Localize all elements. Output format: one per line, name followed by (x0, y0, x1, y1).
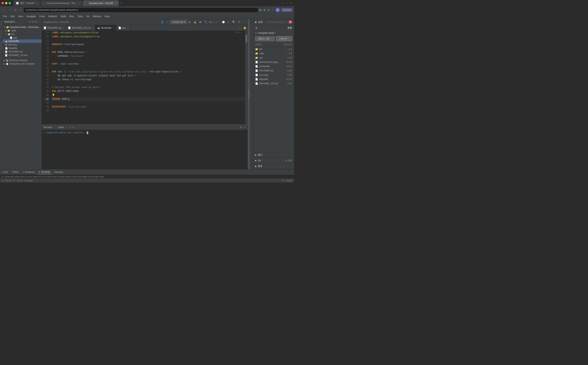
window-maximize[interactable]: □ (287, 2, 288, 5)
sidebar-item-external-libs[interactable]: ▶ 📚 External Libraries (3, 59, 42, 62)
current-file-button[interactable]: Current File ▾ (170, 20, 187, 24)
notifications-side-panel[interactable]: Notifications (248, 19, 250, 169)
terminal-dropdown[interactable]: ▾ (73, 126, 74, 129)
browser-tab-1[interactable]: ⬜ 项目 - TitanIDE × (14, 0, 40, 6)
project-icon[interactable]: Project (0, 21, 2, 27)
sidebar-project-root[interactable]: ▼ 📁 template-wetty ~/workspa... (3, 25, 42, 29)
tab-app[interactable]: 📄 app × (116, 25, 131, 31)
file-row-terminal-icon[interactable]: 📄 terminal-icon-png... 50 KB (253, 60, 294, 64)
settings-icon[interactable]: ⚙ (237, 20, 241, 24)
paused-button[interactable]: Paused (281, 8, 293, 12)
bookmarks-icon[interactable]: Bookmarks (0, 42, 2, 50)
menu-git[interactable]: Git (85, 14, 91, 18)
sidebar-collapse-icon[interactable]: — (38, 21, 40, 23)
file-row-makefile[interactable]: 📄 Makefile 874 B (253, 77, 294, 81)
run-back-icon[interactable]: ↩ (166, 20, 169, 24)
tab-2-close[interactable]: × (79, 2, 80, 4)
address-input[interactable] (23, 7, 258, 13)
history-icon[interactable]: 🕐 (221, 20, 226, 24)
file-row-bin[interactable]: 📁 bin ~ 0 B (253, 47, 294, 51)
forward-button[interactable]: → (7, 8, 12, 12)
menu-window[interactable]: Window (91, 14, 103, 18)
build-icon[interactable]: 🔨 (203, 20, 208, 24)
file-row-readme-cn[interactable]: 📄 README_CN.md 6 KB (253, 81, 294, 86)
terminal-tab-local[interactable]: Local × (56, 125, 68, 129)
services-tab[interactable]: Services (53, 170, 65, 174)
problems-tab[interactable]: Problems (21, 170, 36, 174)
menu-tools[interactable]: Tools (76, 14, 84, 18)
window-minimize[interactable]: — (282, 2, 284, 5)
more-icon[interactable]: ⋮ (271, 8, 274, 12)
menu-refactor[interactable]: Refactor (47, 14, 59, 18)
file-row-idea[interactable]: 📁 .idea ~ 0 B (253, 51, 294, 56)
sidebar-sync-icon[interactable]: ⟳ (29, 21, 31, 23)
sidebar-item-icon-png[interactable]: 🖼 icon.png (3, 43, 42, 46)
tab-3-close[interactable]: × (115, 2, 116, 4)
file-row-readme-md[interactable]: 📄 README.md 9 KB (253, 69, 294, 73)
sidebar-item-scratches[interactable]: ▶ 📋 Scratches and Consoles (3, 62, 42, 66)
menu-code[interactable]: Code (38, 14, 46, 18)
search-icon[interactable]: 🔍 (231, 20, 236, 24)
structure-icon[interactable]: Structure (0, 30, 2, 38)
tab-app-close[interactable]: × (127, 27, 129, 29)
bookmark-icon[interactable]: ★ (263, 8, 266, 12)
stop-icon[interactable]: ⏹ (198, 20, 202, 24)
new-tab-button[interactable]: + (119, 1, 124, 5)
tabs-menu-button[interactable]: ⋮ (236, 26, 242, 29)
menu-view[interactable]: View (16, 14, 25, 18)
sidebar-list-icon[interactable]: ☰ (32, 21, 34, 23)
terminal-tab[interactable]: Terminal (37, 170, 51, 174)
tab-readme-cn-close[interactable]: × (92, 27, 93, 29)
sidebar-item-idea[interactable]: ▶ 📁 .idea (3, 29, 42, 32)
home-button[interactable]: ⌂ (19, 8, 22, 12)
files-header[interactable]: ▼ 文件 (253, 25, 294, 31)
tab-dockerfile-close[interactable]: × (113, 27, 114, 29)
tab-readme-cn[interactable]: 📝 README_CN.md × (66, 25, 95, 31)
git-section[interactable]: ▶ Git ⊞ 克隆 (253, 158, 294, 163)
port-section[interactable]: ▶ 端口 (253, 152, 294, 158)
browser-tab-3[interactable]: ⬛ template-wetty - TitanIDE × (83, 0, 119, 6)
todo-tab[interactable]: TODO (10, 170, 20, 174)
minimize-dot[interactable] (5, 2, 7, 4)
file-row-dockerfile[interactable]: 📄 Dockerfile 935 B (253, 64, 294, 69)
terminal-add-button[interactable]: + (70, 126, 71, 129)
sidebar-item-bin[interactable]: ▼ 📁 bin (3, 32, 42, 36)
sidebar-settings-icon[interactable]: ⚙ (35, 21, 37, 23)
collapse-arrow[interactable]: › (250, 19, 253, 169)
maximize-dot[interactable] (9, 2, 11, 4)
sidebar-item-readme-cn[interactable]: 📝 README_CN.md (3, 54, 42, 57)
back-button[interactable]: ← (1, 8, 6, 12)
editor-scrollbar[interactable] (245, 31, 248, 124)
terminal-settings-icon[interactable]: ⚙ (240, 126, 242, 129)
menu-build[interactable]: Build (59, 14, 68, 18)
browser-tab-2[interactable]: ⬛ terminal-wetty-bwqryafz - Tita... × (41, 0, 82, 6)
file-row-icon-png[interactable]: 📄 icon.png 2 KB (253, 73, 294, 77)
sidebar-item-app[interactable]: 📄 app (3, 36, 42, 39)
tab-dockerfile[interactable]: 🐋 Dockerfile × (95, 25, 116, 31)
run-icon[interactable]: ▶ (188, 20, 191, 24)
back-button[interactable]: 返回上一级 ← (255, 36, 275, 41)
terminal-content[interactable]: ➜ template-wetty git:(master) (42, 130, 248, 169)
tab-readme-close[interactable]: × (63, 27, 64, 29)
close-dot[interactable] (1, 2, 4, 4)
settings-header[interactable]: ▶ 设置 按 Shift 键切换输入法 渴 (253, 19, 294, 25)
tab-readme[interactable]: 📝 README.md × (42, 25, 66, 31)
menu-run[interactable]: Run (68, 14, 75, 18)
git-tab[interactable]: Git (1, 170, 9, 174)
notifications-button[interactable]: 🔔 (242, 27, 248, 29)
debug-icon[interactable]: ⛳ (193, 20, 197, 24)
terminal-tab-close[interactable]: × (65, 126, 66, 128)
window-close[interactable]: × (290, 2, 292, 5)
reload-button[interactable]: ↻ (13, 8, 18, 12)
profile-icon[interactable]: ⊙ (267, 8, 270, 12)
sidebar-item-makefile[interactable]: 📄 Makefile (3, 46, 42, 50)
sidebar-item-readme[interactable]: 📝 README.md (3, 50, 42, 54)
file-row-git[interactable]: 📁 .git ~ 0 B (253, 56, 294, 60)
services-section[interactable]: ▶ 服务 (253, 163, 294, 169)
user-icon[interactable]: 👤 (160, 20, 164, 24)
menu-navigate[interactable]: Navigate (25, 14, 37, 18)
code-content[interactable]: LABEL metadata.usesubdomain=false LABEL … (50, 31, 248, 113)
menu-edit[interactable]: Edit (9, 14, 16, 18)
menu-file[interactable]: File (1, 14, 8, 18)
undo-icon[interactable]: ↩ (227, 20, 230, 24)
